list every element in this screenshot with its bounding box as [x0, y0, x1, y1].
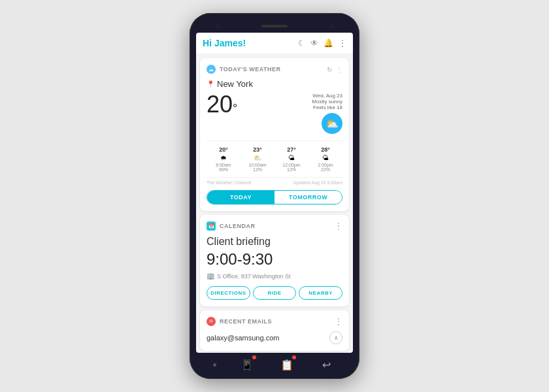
event-time: 9:00-9:30 [207, 250, 342, 269]
weather-location: 📍 New York [207, 79, 342, 89]
hour-item-2: 23° ⛅ 10:00am 12% [241, 146, 274, 172]
hour-precip-4: 22% [308, 167, 342, 172]
tab-today[interactable]: TODAY [207, 191, 274, 204]
temperature-value: 20° [207, 91, 237, 118]
messages-icon: 📱 [241, 359, 254, 371]
hour-precip-1: 90% [207, 167, 241, 172]
weather-provider: The Weather Channel [207, 180, 251, 185]
nav-messages-button[interactable]: 📱 [238, 355, 256, 374]
calendar-icon: 📅 [207, 221, 216, 231]
email-card-title: RECENT EMAILS [220, 318, 272, 325]
hour-time-1: 8:00am [207, 163, 241, 167]
nearby-button[interactable]: NEARBY [299, 286, 342, 300]
hour-time-3: 12:00pm [274, 163, 308, 167]
weather-card: ☁ TODAY'S WEATHER ↻ ⋮ 📍 New York 20° [200, 58, 349, 211]
hour-precip-3: 12% [274, 167, 308, 172]
weather-source: The Weather Channel Updated Aug 23 8:00a… [207, 177, 342, 185]
email-more-icon[interactable]: ⋮ [335, 317, 342, 326]
email-card: ✉ RECENT EMAILS ⋮ galaxy@samsung.com ∧ [200, 310, 349, 351]
hour-icon-4: 🌤 [308, 154, 342, 161]
building-icon: 🏢 [207, 272, 214, 280]
hour-icon-2: ⛅ [241, 154, 274, 161]
calendar-card-header: 📅 CALENDAR ⋮ [207, 221, 342, 231]
calendar-more-icon[interactable]: ⋮ [335, 221, 342, 231]
weather-icon: ☁ [207, 65, 216, 74]
email-title-row: ✉ RECENT EMAILS [207, 317, 272, 326]
hour-temp-2: 23° [241, 146, 274, 153]
moon-icon[interactable]: ☾ [298, 39, 305, 48]
calendar-title-row: 📅 CALENDAR [207, 221, 256, 231]
header-icon-group: ☾ 👁 🔔 ⋮ [298, 39, 346, 48]
hour-time-4: 2:00pm [308, 163, 342, 167]
email-address: galaxy@samsung.com [207, 334, 279, 342]
eye-icon[interactable]: 👁 [310, 39, 318, 48]
greeting-text: Hi James! [203, 38, 246, 48]
weather-date: Wed, Aug 23 [312, 93, 342, 99]
hour-icon-3: 🌤 [274, 154, 308, 161]
weather-card-header: ☁ TODAY'S WEATHER ↻ ⋮ [207, 65, 342, 74]
apps-icon: 📋 [280, 359, 293, 371]
hour-item-3: 27° 🌤 12:00pm 12% [274, 146, 308, 172]
hour-temp-4: 28° [308, 146, 342, 153]
event-location: 🏢 S Office, 837 Washington St [207, 272, 342, 280]
calendar-card: 📅 CALENDAR ⋮ Client briefing 9:00-9:30 🏢… [200, 215, 349, 306]
front-camera [216, 24, 220, 28]
weather-right-panel: Wed, Aug 23 Mostly sunny Feels like 18 ⛅ [312, 93, 342, 134]
phone-screen: Hi James! ☾ 👁 🔔 ⋮ ☁ TODAY'S WEATHER ↻ ⋮ [196, 33, 353, 353]
sensor [329, 24, 333, 28]
ride-button[interactable]: RIDE [253, 286, 297, 300]
weather-tabs: TODAY TOMORROW [207, 190, 342, 204]
refresh-icon[interactable]: ↻ [327, 66, 332, 73]
email-icon: ✉ [207, 317, 216, 326]
calendar-card-title: CALENDAR [220, 223, 256, 229]
weather-actions: ↻ ⋮ [327, 66, 342, 73]
speaker-grille [261, 25, 288, 27]
temperature-display: 20° [207, 93, 237, 116]
hour-temp-1: 20° [207, 146, 241, 153]
back-icon: ↩ [322, 359, 331, 371]
bell-icon[interactable]: 🔔 [324, 39, 333, 48]
weather-updated: Updated Aug 23 8:00am [293, 180, 342, 185]
weather-main: 20° Wed, Aug 23 Mostly sunny Feels like … [207, 93, 342, 134]
expand-email-button[interactable]: ∧ [329, 331, 342, 344]
hour-item-4: 28° 🌤 2:00pm 22% [308, 146, 342, 172]
hourly-forecast: 20° 🌧 8:00am 90% 23° ⛅ 10:00am 12% 27° 🌤… [207, 140, 342, 172]
tab-tomorrow[interactable]: TOMORROW [274, 191, 342, 204]
location-pin-icon: 📍 [207, 80, 214, 88]
bottom-nav-bar: 📱 📋 ↩ [196, 353, 353, 376]
nav-apps-button[interactable]: 📋 [278, 355, 296, 374]
weather-feels-like: Feels like 18 [312, 105, 342, 110]
phone-top-bar [196, 20, 353, 33]
weather-title-row: ☁ TODAY'S WEATHER [207, 65, 280, 74]
email-row: galaxy@samsung.com ∧ [207, 331, 342, 344]
event-name: Client briefing [207, 236, 342, 248]
nav-dot [213, 363, 216, 367]
hour-time-2: 10:00am [241, 163, 274, 167]
hour-item-1: 20° 🌧 8:00am 90% [207, 146, 241, 172]
hour-temp-3: 27° [274, 146, 308, 153]
weather-sun-icon: ⛅ [322, 113, 342, 134]
location-text: S Office, 837 Washington St [217, 273, 291, 280]
weather-description: Mostly sunny [312, 99, 342, 105]
nav-back-button[interactable]: ↩ [318, 355, 336, 374]
location-name: New York [217, 79, 253, 89]
weather-card-title: TODAY'S WEATHER [220, 66, 280, 73]
phone-frame: Hi James! ☾ 👁 🔔 ⋮ ☁ TODAY'S WEATHER ↻ ⋮ [190, 13, 359, 379]
more-icon[interactable]: ⋮ [339, 39, 346, 48]
hour-icon-1: 🌧 [207, 154, 241, 161]
calendar-action-buttons: DIRECTIONS RIDE NEARBY [207, 286, 342, 300]
weather-more-icon[interactable]: ⋮ [336, 66, 342, 73]
screen-header: Hi James! ☾ 👁 🔔 ⋮ [196, 33, 353, 54]
email-card-header: ✉ RECENT EMAILS ⋮ [207, 317, 342, 326]
hour-precip-2: 12% [241, 167, 274, 172]
directions-button[interactable]: DIRECTIONS [207, 286, 250, 300]
